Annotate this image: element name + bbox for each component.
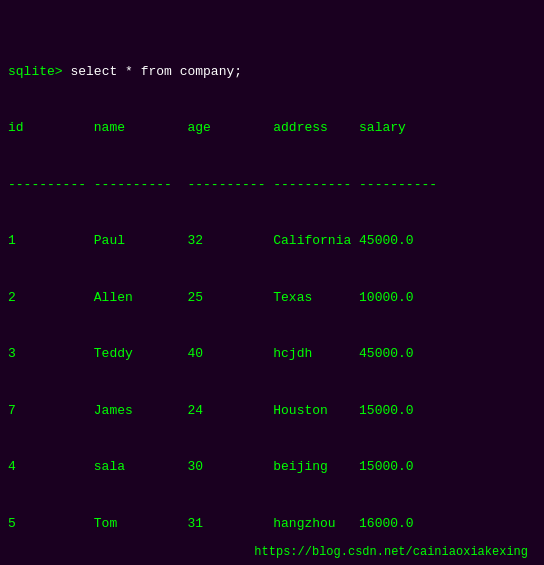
command-1: select * from company; <box>70 64 242 79</box>
watermark: https://blog.csdn.net/cainiaoxiakexing <box>254 544 528 561</box>
data-row-3: 3 Teddy 40 hcjdh 45000.0 <box>8 345 536 364</box>
header-row-1: id name age address salary <box>8 119 536 138</box>
separator-1: ---------- ---------- ---------- -------… <box>8 176 536 195</box>
terminal-window: sqlite> select * from company; id name a… <box>8 6 536 565</box>
prompt-line-1: sqlite> select * from company; <box>8 63 536 82</box>
data-row-6: 5 Tom 31 hangzhou 16000.0 <box>8 515 536 534</box>
prompt-1: sqlite> <box>8 64 70 79</box>
data-row-4: 7 James 24 Houston 15000.0 <box>8 402 536 421</box>
data-row-5: 4 sala 30 beijing 15000.0 <box>8 458 536 477</box>
data-row-2: 2 Allen 25 Texas 10000.0 <box>8 289 536 308</box>
data-row-1: 1 Paul 32 California 45000.0 <box>8 232 536 251</box>
